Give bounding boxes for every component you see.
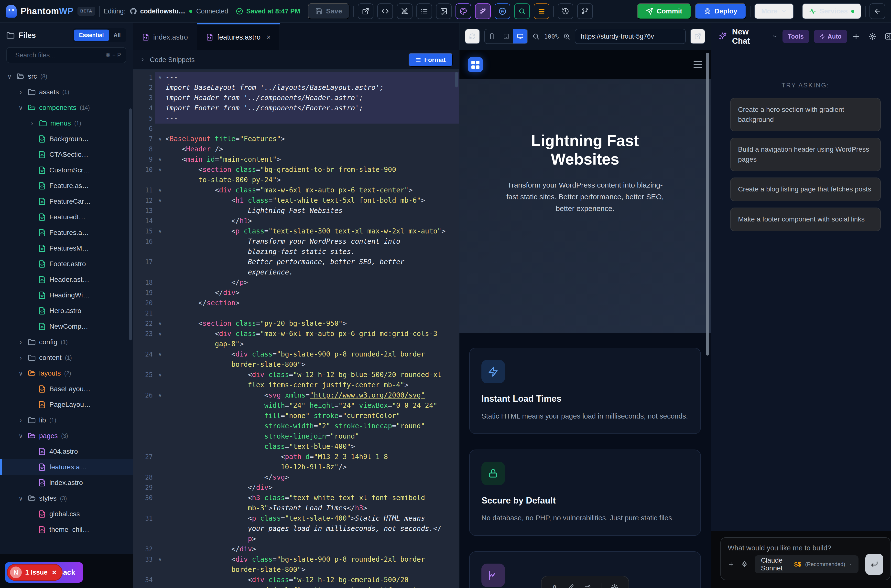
send-button[interactable] bbox=[865, 554, 883, 575]
code-line[interactable]: 10∨ <section class="bg-gradient-to-br fr… bbox=[133, 165, 459, 175]
code-line[interactable]: 4import Footer from '../components/Foote… bbox=[133, 103, 459, 113]
wordpress-button[interactable] bbox=[495, 3, 510, 19]
collapse-chat-button[interactable] bbox=[885, 32, 891, 40]
suggestion-chip-3[interactable]: Create a blog listing page that fetches … bbox=[730, 177, 881, 201]
code-line[interactable]: experience. bbox=[133, 267, 459, 278]
code-line[interactable]: 28 </svg> bbox=[133, 472, 459, 483]
chat-settings-button[interactable] bbox=[868, 33, 876, 40]
code-line[interactable]: 32 </div> bbox=[133, 544, 459, 554]
search-input[interactable] bbox=[15, 51, 102, 59]
chat-title-menu[interactable]: New Chat bbox=[732, 27, 778, 46]
file-tree-item-lib[interactable]: ›lib(1) bbox=[0, 412, 133, 428]
code-line[interactable]: 31 <p class="text-slate-400">Static HTML… bbox=[133, 513, 459, 524]
code-line[interactable]: 20 </section> bbox=[133, 298, 459, 308]
file-tree-item-src[interactable]: ∨src(8) bbox=[0, 69, 133, 84]
file-tree-item-pages[interactable]: ∨pages(3) bbox=[0, 428, 133, 444]
code-line[interactable]: 26∨ <svg xmlns="http://www.w3.org/2000/s… bbox=[133, 390, 459, 400]
file-tree-item-customscr[interactable]: CustomScr… bbox=[0, 162, 133, 178]
mic-button[interactable] bbox=[741, 560, 748, 568]
zoom-in-button[interactable] bbox=[563, 33, 570, 40]
content-menu-button[interactable] bbox=[534, 3, 549, 19]
preview-scrollbar[interactable] bbox=[706, 53, 709, 356]
file-tree-item-headerast[interactable]: Header.ast… bbox=[0, 272, 133, 287]
code-line[interactable]: 12∨ <h1 class="text-white text-5xl font-… bbox=[133, 195, 459, 206]
file-tree-item-featuresa[interactable]: Features.a… bbox=[0, 225, 133, 240]
save-button[interactable]: Save bbox=[308, 3, 349, 19]
fold-chevron-icon[interactable]: ∨ bbox=[155, 554, 166, 564]
file-tree-item-themechil[interactable]: theme_chil… bbox=[0, 522, 133, 537]
fold-chevron-icon[interactable]: ∨ bbox=[155, 195, 166, 206]
theme-button[interactable] bbox=[456, 3, 471, 19]
fold-chevron-icon[interactable]: ∨ bbox=[155, 226, 166, 236]
code-line[interactable]: 19 </div> bbox=[133, 288, 459, 298]
code-line[interactable]: 30 <h3 class="text-white text-xl font-se… bbox=[133, 493, 459, 503]
code-line[interactable]: 24∨ <div class="bg-slate-900 p-8 rounded… bbox=[133, 349, 459, 360]
fold-chevron-icon[interactable]: ∨ bbox=[155, 185, 166, 195]
zoom-out-button[interactable] bbox=[532, 33, 540, 40]
code-line[interactable]: 6 bbox=[133, 123, 459, 134]
open-preview-external-button[interactable] bbox=[690, 29, 705, 44]
git-branch-button[interactable] bbox=[577, 3, 593, 19]
tools-button[interactable]: Tools bbox=[783, 30, 809, 43]
device-phone-button[interactable] bbox=[485, 29, 499, 44]
code-line[interactable]: border-slate-800"> bbox=[133, 360, 459, 370]
ai-button[interactable] bbox=[475, 3, 491, 19]
code-line[interactable]: mb-3">Instant Load Times</h3> bbox=[133, 503, 459, 513]
code-line[interactable]: 29 </div> bbox=[133, 483, 459, 493]
code-line[interactable]: 34 <div class="w-12 h-12 bg-emerald-500/… bbox=[133, 575, 459, 585]
file-tree-item-content[interactable]: ›content(1) bbox=[0, 350, 133, 366]
code-line[interactable]: gap-8"> bbox=[133, 339, 459, 349]
fold-chevron-icon[interactable]: ∨ bbox=[155, 154, 166, 165]
code-line[interactable]: 16 Transform your WordPress content into bbox=[133, 236, 459, 247]
code-line[interactable]: 5--- bbox=[133, 113, 459, 123]
file-tree-item-featuresm[interactable]: FeaturesM… bbox=[0, 240, 133, 256]
code-line[interactable]: border-slate-800"> bbox=[133, 564, 459, 575]
settings-button[interactable] bbox=[611, 584, 618, 588]
code-line[interactable]: 1∨--- bbox=[133, 72, 459, 82]
code-line[interactable]: 22∨ <section class="py-20 bg-slate-950"> bbox=[133, 318, 459, 328]
chat-input[interactable]: What would you like me to build? Claude … bbox=[721, 537, 891, 580]
code-line[interactable]: to-slate-800 py-24"> bbox=[133, 175, 459, 185]
fold-chevron-icon[interactable]: ∨ bbox=[155, 349, 166, 360]
code-snippets-bar[interactable]: Code Snippets Format bbox=[133, 50, 459, 70]
issues-badge[interactable]: N 1 Issue × bbox=[7, 564, 63, 581]
fold-chevron-icon[interactable]: ∨ bbox=[155, 390, 166, 400]
deploy-button[interactable]: Deploy bbox=[695, 3, 746, 19]
edit-mode-off-button[interactable] bbox=[397, 3, 412, 19]
pen-tool-button[interactable] bbox=[567, 584, 574, 588]
file-tree-item-featuredi[interactable]: FeaturedI… bbox=[0, 209, 133, 225]
code-line[interactable]: class="text-blue-400"> bbox=[133, 441, 459, 452]
media-button[interactable] bbox=[436, 3, 452, 19]
collapse-panel-button[interactable] bbox=[870, 3, 885, 19]
code-line[interactable]: 23∨ <div class="max-w-6xl mx-auto px-6 g… bbox=[133, 328, 459, 339]
file-tree-item-newcomp[interactable]: NewComp… bbox=[0, 319, 133, 334]
close-icon[interactable]: × bbox=[52, 568, 57, 577]
file-tree-item-config[interactable]: ›config(1) bbox=[0, 334, 133, 350]
file-tree-item-featuresa[interactable]: features.a… bbox=[0, 459, 133, 475]
device-desktop-button[interactable] bbox=[513, 29, 527, 44]
code-line[interactable]: 10-12h-9l1-8z"/> bbox=[133, 462, 459, 472]
site-menu-icon[interactable] bbox=[694, 61, 702, 68]
services-button[interactable]: Services bbox=[802, 3, 861, 19]
code-line[interactable]: stroke-width="2" stroke-linecap="round" bbox=[133, 421, 459, 431]
code-line[interactable]: 18 </p> bbox=[133, 278, 459, 288]
fold-chevron-icon[interactable]: ∨ bbox=[155, 165, 166, 175]
attach-button[interactable] bbox=[728, 560, 734, 568]
filter-all[interactable]: All bbox=[109, 30, 125, 41]
filter-essential[interactable]: Essential bbox=[74, 30, 109, 41]
code-line[interactable]: 11∨ <div class="max-w-6xl mx-auto px-6 t… bbox=[133, 185, 459, 195]
code-line[interactable]: 27 <path d="M13 2 3 14h9l-1 8 bbox=[133, 452, 459, 462]
code-line[interactable]: width="24" height="24" viewBox="0 0 24 2… bbox=[133, 400, 459, 411]
file-tree-item-indexastro[interactable]: index.astro bbox=[0, 475, 133, 490]
file-tree-item-components[interactable]: ∨components(14) bbox=[0, 100, 133, 116]
file-tree-item-globalcss[interactable]: global.css bbox=[0, 506, 133, 522]
file-tree-item-pagelayou[interactable]: PageLayou… bbox=[0, 397, 133, 412]
file-tree-item-ctasectio[interactable]: CTASectio… bbox=[0, 147, 133, 162]
history-button[interactable] bbox=[558, 3, 573, 19]
suggestion-chip-4[interactable]: Make a footer component with social link… bbox=[730, 207, 881, 231]
file-tree-item-assets[interactable]: ›assets(1) bbox=[0, 84, 133, 100]
code-line[interactable]: rounded-xl flex items-center justify-cen… bbox=[133, 585, 459, 588]
code-line[interactable]: flex items-center justify-center mb-4"> bbox=[133, 380, 459, 390]
code-line[interactable]: 15∨ <p class="text-slate-300 text-xl max… bbox=[133, 226, 459, 236]
code-line[interactable]: 17 Better performance, better SEO, bette… bbox=[133, 257, 459, 267]
